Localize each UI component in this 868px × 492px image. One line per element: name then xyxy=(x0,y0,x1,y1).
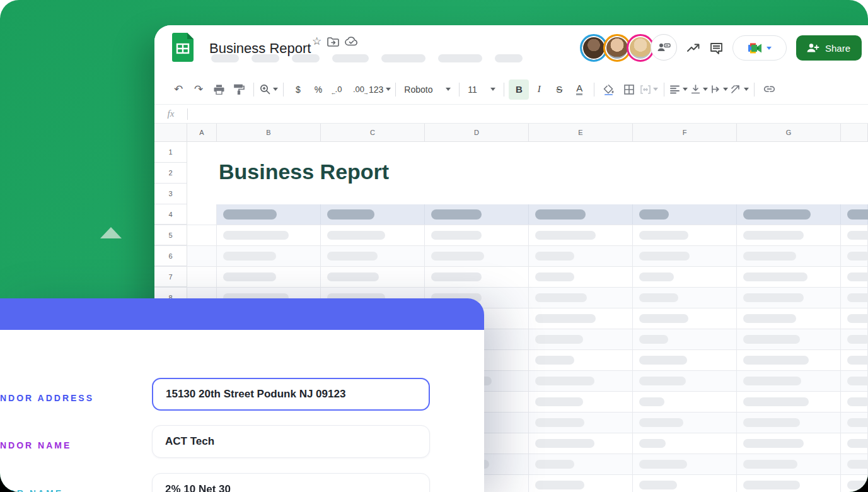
cell[interactable] xyxy=(529,329,633,349)
paint-format-button[interactable] xyxy=(229,79,249,100)
menu-item-placeholder[interactable] xyxy=(292,54,320,62)
menu-item-placeholder[interactable] xyxy=(495,54,523,62)
vendor-address-input[interactable] xyxy=(152,378,430,411)
increase-decimal-button[interactable]: .00→ xyxy=(349,79,369,100)
font-size-select[interactable]: 11 xyxy=(464,79,499,100)
cell[interactable] xyxy=(737,413,841,433)
cell[interactable] xyxy=(633,454,737,474)
cell[interactable] xyxy=(633,267,737,287)
cell[interactable] xyxy=(633,413,737,433)
menu-item-placeholder[interactable] xyxy=(381,54,425,62)
cell[interactable] xyxy=(841,350,868,370)
cell[interactable] xyxy=(529,308,633,329)
number-format-button[interactable]: 123 xyxy=(369,79,391,100)
anonymous-viewer-icon[interactable] xyxy=(651,34,677,61)
zoom-control[interactable] xyxy=(258,79,279,100)
cell[interactable] xyxy=(737,204,841,225)
cell[interactable] xyxy=(187,267,217,287)
insert-link-button[interactable] xyxy=(759,79,779,100)
menu-item-placeholder[interactable] xyxy=(438,54,482,62)
text-rotation-button[interactable] xyxy=(729,79,749,100)
format-currency-button[interactable]: $ xyxy=(288,79,308,100)
cell[interactable] xyxy=(841,225,868,245)
cell[interactable] xyxy=(187,225,217,245)
row-header[interactable]: 3 xyxy=(154,184,187,204)
row-header[interactable]: 1 xyxy=(154,142,187,163)
column-header-partial[interactable] xyxy=(841,124,868,141)
column-header-F[interactable]: F xyxy=(633,124,737,141)
cell[interactable] xyxy=(633,371,737,391)
font-family-select[interactable]: Roboto xyxy=(400,79,454,100)
cell[interactable] xyxy=(529,246,633,266)
cell[interactable] xyxy=(529,475,633,492)
strikethrough-button[interactable]: S xyxy=(549,79,569,100)
row-header[interactable]: 2 xyxy=(154,163,187,184)
vendor-name-input[interactable] xyxy=(152,425,430,458)
row-header[interactable]: 7 xyxy=(154,267,187,287)
borders-button[interactable] xyxy=(619,79,639,100)
cell[interactable] xyxy=(425,225,529,245)
cell[interactable] xyxy=(841,454,868,474)
cell[interactable] xyxy=(841,308,868,329)
bold-button[interactable]: B xyxy=(509,79,529,100)
cell[interactable] xyxy=(321,267,425,287)
cell[interactable] xyxy=(529,413,633,433)
redo-button[interactable]: ↷ xyxy=(188,79,209,100)
cell[interactable] xyxy=(841,475,868,492)
cell[interactable] xyxy=(737,246,841,266)
cell[interactable] xyxy=(321,246,425,266)
cell[interactable] xyxy=(841,329,868,349)
cell[interactable] xyxy=(841,204,868,225)
column-header-E[interactable]: E xyxy=(529,124,633,141)
cell[interactable] xyxy=(529,204,633,225)
cell[interactable] xyxy=(217,267,321,287)
cell[interactable] xyxy=(529,454,633,474)
cell[interactable] xyxy=(737,329,841,349)
cell[interactable] xyxy=(841,288,868,308)
fill-color-button[interactable] xyxy=(599,79,619,100)
vertical-align-button[interactable] xyxy=(689,79,709,100)
cell[interactable] xyxy=(737,267,841,287)
print-button[interactable] xyxy=(209,79,229,100)
google-meet-button[interactable] xyxy=(732,35,787,61)
cell[interactable] xyxy=(529,267,633,287)
cell[interactable] xyxy=(529,371,633,391)
italic-button[interactable]: I xyxy=(529,79,549,100)
sheet-title-cell[interactable]: Business Report xyxy=(219,160,389,184)
column-header-B[interactable]: B xyxy=(217,124,321,141)
column-header-G[interactable]: G xyxy=(737,124,841,141)
row-header[interactable]: 4 xyxy=(154,204,187,225)
decrease-decimal-button[interactable]: .0← xyxy=(328,79,349,100)
menu-item-placeholder[interactable] xyxy=(332,54,369,62)
menu-item-placeholder[interactable] xyxy=(211,54,239,62)
cell[interactable] xyxy=(841,246,868,266)
move-to-folder-icon[interactable] xyxy=(327,37,339,47)
menu-bar-placeholder[interactable] xyxy=(211,54,523,62)
cell[interactable] xyxy=(321,204,425,225)
undo-button[interactable]: ↶ xyxy=(168,79,188,100)
row-header[interactable]: 5 xyxy=(154,225,187,245)
text-wrap-button[interactable] xyxy=(709,79,729,100)
cell[interactable] xyxy=(737,350,841,370)
cell[interactable] xyxy=(737,433,841,454)
cell[interactable] xyxy=(529,433,633,454)
cell[interactable] xyxy=(529,392,633,412)
cloud-saved-icon[interactable] xyxy=(345,37,358,46)
cell[interactable] xyxy=(737,475,841,492)
star-icon[interactable]: ☆ xyxy=(312,35,321,48)
cell[interactable] xyxy=(737,225,841,245)
cell[interactable] xyxy=(217,204,321,225)
cell[interactable] xyxy=(187,246,217,266)
cell[interactable] xyxy=(217,225,321,245)
column-header-A[interactable]: A xyxy=(187,124,217,141)
menu-item-placeholder[interactable] xyxy=(252,54,279,62)
cell[interactable] xyxy=(841,433,868,454)
cell[interactable] xyxy=(841,392,868,412)
merge-cells-button[interactable] xyxy=(639,79,659,100)
cell[interactable] xyxy=(737,392,841,412)
cell[interactable] xyxy=(633,392,737,412)
cell[interactable] xyxy=(425,204,529,225)
format-percent-button[interactable]: % xyxy=(308,79,328,100)
column-header-C[interactable]: C xyxy=(321,124,425,141)
row-header[interactable]: 6 xyxy=(154,246,187,266)
